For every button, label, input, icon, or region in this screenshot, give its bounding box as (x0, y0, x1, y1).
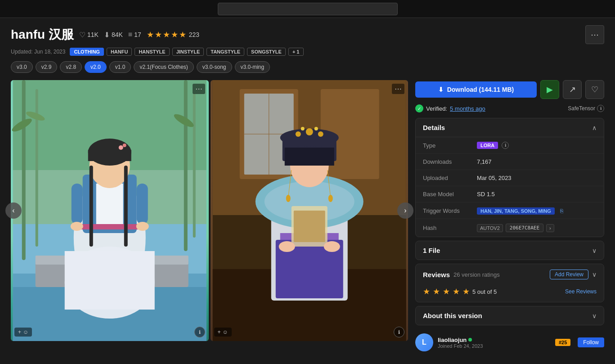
verified-time[interactable]: 5 months ago (450, 105, 485, 112)
about-version-card: About this version ∨ (415, 306, 604, 325)
reviews-title-group: Reviews 26 version ratings (423, 271, 500, 279)
follow-button[interactable]: Follow (578, 337, 604, 347)
tab-v2-1-focus[interactable]: v2.1(Focus Clothes) (134, 61, 193, 73)
safe-tensor-label: SafeTensor (568, 105, 595, 112)
download-row: ⬇ Download (144.11 MB) ▶ ↗ ♡ (415, 80, 604, 99)
about-version-title: About this version (423, 312, 482, 319)
tag-jinstyle[interactable]: JINSTYLE (172, 48, 204, 56)
star-5: ★ (179, 30, 186, 40)
right-image-svg (211, 80, 409, 341)
copy-trigger-icon[interactable]: ⎘ (560, 208, 563, 214)
type-info-icon[interactable]: ℹ (502, 142, 509, 149)
header-row: hanfu 汉服 ♡ 11K ⬇ 84K ≡ 17 ★ ★ ★ ★ ★ 223 … (11, 25, 604, 44)
comments-stat: ≡ 17 (128, 31, 141, 39)
hash-algo: AUTOV2 (477, 224, 503, 232)
image-left-menu: ⋯ (193, 84, 205, 94)
image-left-more-button[interactable]: ⋯ (193, 84, 205, 94)
username[interactable]: liaoliaojun (438, 337, 467, 343)
favorite-button[interactable]: ♡ (585, 80, 604, 99)
plus-icon-2: + (218, 329, 221, 335)
add-review-button[interactable]: Add Review (550, 270, 588, 279)
username-row: liaoliaojun (438, 337, 551, 343)
rating-count: 223 (189, 31, 199, 38)
tag-more[interactable]: + 1 (288, 48, 304, 56)
star-4: ★ (171, 30, 178, 40)
model-title: hanfu 汉服 (11, 26, 74, 43)
tab-v1-0[interactable]: v1.0 (109, 61, 131, 73)
downloads-label: Downloads (423, 158, 477, 165)
tab-v2-0[interactable]: v2.0 (85, 61, 107, 73)
svg-point-48 (305, 128, 313, 135)
files-chevron-icon: ∨ (592, 247, 597, 254)
details-card-header[interactable]: Details ∧ (416, 118, 604, 137)
safe-tensor-info-icon[interactable]: ℹ (597, 105, 604, 112)
verified-badge: ✓ Verified: 5 months ago (415, 104, 485, 112)
comments-count: 17 (134, 31, 141, 38)
files-card-header[interactable]: 1 File ∨ (416, 241, 604, 260)
about-version-header[interactable]: About this version ∨ (416, 306, 604, 325)
image-left-add-button[interactable]: + ☺ (14, 328, 32, 337)
hash-arrow-button[interactable]: › (546, 224, 554, 232)
tag-songstyle[interactable]: SONGSTYLE (247, 48, 286, 56)
see-reviews-link[interactable]: See Reviews (565, 288, 597, 295)
tab-v2-8[interactable]: v2.8 (60, 61, 82, 73)
image-right-add-button[interactable]: + ☺ (214, 328, 232, 337)
user-info: liaoliaojun Joined Feb 24, 2023 (438, 337, 551, 349)
tag-hanfu[interactable]: HANFU (107, 48, 132, 56)
download-button[interactable]: ⬇ Download (144.11 MB) (415, 81, 537, 98)
tab-v2-9[interactable]: v2.9 (36, 61, 58, 73)
detail-trigger-row: Trigger Words HAN, JIN, TANG, SONG, MING… (416, 202, 604, 219)
tag-tangstyle[interactable]: TANGSTYLE (206, 48, 244, 56)
files-card: 1 File ∨ (415, 241, 604, 260)
image-right-info-button[interactable]: ℹ (394, 327, 404, 337)
play-button[interactable]: ▶ (540, 80, 559, 99)
comment-icon: ≡ (128, 31, 132, 39)
tag-hanstyle[interactable]: HANSTYLE (135, 48, 169, 56)
image-prev-button[interactable]: ‹ (5, 202, 22, 219)
tag-clothing[interactable]: CLOTHING (70, 48, 103, 56)
svg-point-51 (314, 127, 318, 130)
emoji-icon-2: ☺ (223, 329, 228, 335)
image-left-bottom: + ☺ ℹ (14, 327, 205, 337)
detail-base-model-row: Base Model SD 1.5 (416, 186, 604, 202)
review-star-2: ★ (433, 287, 440, 297)
search-input[interactable] (218, 3, 398, 15)
left-image-svg (11, 80, 209, 341)
hash-value-group: AUTOV2 206E7C8AEE › (477, 224, 554, 232)
verified-icon: ✓ (415, 104, 423, 112)
main-container: hanfu 汉服 ♡ 11K ⬇ 84K ≡ 17 ★ ★ ★ ★ ★ 223 … (0, 18, 615, 363)
image-next-button[interactable]: › (397, 202, 413, 219)
more-options-button[interactable]: ⋯ (585, 25, 604, 44)
svg-point-49 (318, 131, 323, 137)
reviews-count: 26 version ratings (453, 271, 500, 278)
rating-score: 5 out of 5 (472, 288, 497, 295)
rank-badge: #25 (555, 339, 570, 346)
image-right-content (211, 80, 409, 341)
downloads-value: 7,167 (477, 158, 492, 165)
review-star-4: ★ (453, 287, 460, 297)
svg-rect-13 (88, 150, 131, 161)
image-left-info-button[interactable]: ℹ (194, 327, 205, 337)
safe-tensor-badge: SafeTensor ℹ (568, 105, 604, 112)
verified-text: Verified: (426, 105, 447, 112)
base-model-value: SD 1.5 (477, 191, 495, 198)
share-button[interactable]: ↗ (563, 80, 582, 99)
svg-rect-23 (65, 251, 155, 310)
tab-v3-0-song[interactable]: v3.0-song (197, 61, 232, 73)
reviews-header: Reviews 26 version ratings Add Review ∨ (416, 264, 604, 285)
star-3: ★ (163, 30, 170, 40)
image-right-menu: ⋯ (392, 84, 404, 94)
svg-rect-26 (184, 80, 188, 251)
right-panel: ⬇ Download (144.11 MB) ▶ ↗ ♡ ✓ Verified:… (415, 80, 604, 356)
tab-v3-0[interactable]: v3.0 (11, 61, 33, 73)
hash-value: 206E7C8AEE (506, 224, 543, 232)
likes-stat: ♡ 11K (79, 31, 99, 39)
svg-rect-25 (36, 89, 38, 247)
tab-v3-0-ming[interactable]: v3.0-ming (235, 61, 270, 73)
version-tabs: v3.0 v2.9 v2.8 v2.0 v1.0 v2.1(Focus Clot… (11, 61, 604, 73)
svg-point-21 (136, 222, 149, 231)
download-icon-btn: ⬇ (438, 86, 444, 93)
image-right-more-button[interactable]: ⋯ (392, 84, 404, 94)
download-icon: ⬇ (104, 31, 110, 39)
details-chevron-icon: ∧ (592, 124, 597, 131)
